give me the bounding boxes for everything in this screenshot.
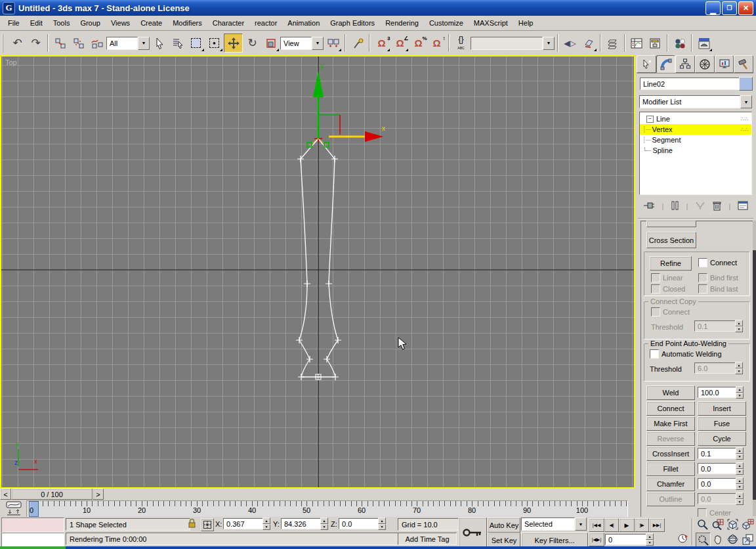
region-zoom-button[interactable] xyxy=(696,533,711,548)
automatic-welding-checkbox[interactable]: Automatic Welding xyxy=(650,349,722,359)
object-name-field[interactable]: Line02 xyxy=(640,77,742,90)
angle-snap-button[interactable]: Ω∠ xyxy=(391,34,409,52)
z-coordinate-field[interactable]: 0.0 xyxy=(339,518,382,529)
menu-tools[interactable]: Tools xyxy=(48,16,75,30)
fillet-button[interactable]: Fillet xyxy=(646,462,695,476)
linear-checkbox[interactable]: Linear xyxy=(651,273,683,282)
weld-value-field[interactable]: 100.0 xyxy=(698,387,740,398)
frame-spinner[interactable]: ▲▼ xyxy=(646,533,654,546)
menu-help[interactable]: Help xyxy=(513,16,539,30)
cross-section-button[interactable]: Cross Section xyxy=(646,232,696,248)
menu-views[interactable]: Views xyxy=(106,16,135,30)
time-slider-right-button[interactable]: > xyxy=(93,489,104,500)
percent-snap-button[interactable]: Ω% xyxy=(410,34,427,52)
schematic-view-button[interactable] xyxy=(646,34,664,52)
menu-maxscript[interactable]: MAXScript xyxy=(469,16,513,30)
insert-button[interactable]: Insert xyxy=(698,401,746,416)
tab-display[interactable] xyxy=(715,55,734,73)
mirror-button[interactable]: ◀▷ xyxy=(561,34,579,52)
first-vertex-marker[interactable] xyxy=(315,374,322,380)
menu-reactor[interactable]: reactor xyxy=(249,16,282,30)
pin-stack-button[interactable] xyxy=(643,201,655,211)
bind-first-checkbox[interactable]: Bind first xyxy=(698,273,738,282)
weld-threshold-field[interactable]: 6.0 xyxy=(694,362,738,374)
zoom-extents-all-button[interactable] xyxy=(741,517,755,531)
fillet-spinner[interactable]: ▲▼ xyxy=(736,462,744,475)
make-unique-button[interactable] xyxy=(695,201,705,211)
rectangular-selection-region-button[interactable] xyxy=(187,34,205,52)
fillet-field[interactable]: 0.0 xyxy=(698,463,740,474)
menu-graph-editors[interactable]: Graph Editors xyxy=(325,16,380,30)
play-button[interactable]: ▶ xyxy=(619,518,635,532)
stack-item-spline[interactable]: └···· Spline xyxy=(640,145,751,156)
bind-last-checkbox[interactable]: Bind last xyxy=(698,284,738,294)
current-frame-field[interactable]: 0 xyxy=(605,534,650,545)
close-button[interactable]: ✕ xyxy=(738,1,753,15)
connect-copy-checkbox[interactable]: Connect xyxy=(651,307,690,317)
toolbar-grip[interactable] xyxy=(2,34,7,53)
edit-named-selections-button[interactable]: {}ABC xyxy=(452,34,470,52)
remove-modifier-button[interactable] xyxy=(713,201,721,212)
goto-end-button[interactable]: ▶▶| xyxy=(649,518,665,532)
next-frame-button[interactable]: |▶ xyxy=(635,518,649,532)
panel-scrollbar[interactable] xyxy=(753,221,756,516)
select-and-move-button[interactable] xyxy=(224,33,243,53)
add-time-tag-button[interactable]: Add Time Tag xyxy=(398,533,457,545)
modifier-list-dropdown[interactable]: Modifier List ▼ xyxy=(639,95,752,108)
select-and-link-button[interactable] xyxy=(51,34,69,52)
select-and-rotate-button[interactable]: ↻ xyxy=(243,34,261,52)
select-object-button[interactable] xyxy=(150,34,168,52)
window-crossing-toggle-button[interactable]: ● xyxy=(205,34,223,52)
min-max-toggle-button[interactable] xyxy=(741,533,755,546)
material-editor-button[interactable] xyxy=(671,34,688,52)
menu-rendering[interactable]: Rendering xyxy=(380,16,424,30)
stack-item-vertex[interactable]: ┊···· Vertex ∴∴ xyxy=(640,124,751,135)
zoom-button[interactable] xyxy=(696,517,709,531)
maxscript-macro-pane[interactable] xyxy=(1,517,64,533)
zoom-all-button[interactable] xyxy=(711,517,724,531)
key-mode-toggle-button[interactable]: |◀▶| xyxy=(589,533,604,546)
absolute-offset-toggle-button[interactable] xyxy=(201,518,214,531)
tab-motion[interactable] xyxy=(695,55,715,73)
menu-group[interactable]: Group xyxy=(75,16,106,30)
render-scene-button[interactable] xyxy=(695,34,713,52)
cross-insert-field[interactable]: 0.1 xyxy=(698,448,740,459)
move-gizmo[interactable]: y x xyxy=(313,62,385,142)
open-mini-curve-editor-button[interactable] xyxy=(5,501,22,517)
bind-to-space-warp-button[interactable] xyxy=(88,34,106,52)
fuse-button[interactable]: Fuse xyxy=(698,416,746,431)
menu-animation[interactable]: Animation xyxy=(282,16,325,30)
pan-button[interactable] xyxy=(711,533,724,546)
weld-button[interactable]: Weld xyxy=(646,385,695,400)
chamfer-button[interactable]: Chamfer xyxy=(646,477,695,491)
key-filter-dropdown[interactable]: Selected ▼ xyxy=(521,517,587,531)
y-coordinate-field[interactable]: 84.326 xyxy=(281,518,324,529)
x-coordinate-field[interactable]: 0.367 xyxy=(223,518,266,529)
menu-customize[interactable]: Customize xyxy=(424,16,469,30)
timeline-ruler[interactable]: 0 10 20 30 40 50 60 70 80 90 100 xyxy=(26,500,628,517)
panel-scrollbar-thumb[interactable] xyxy=(753,250,756,500)
minimize-button[interactable]: ▁ xyxy=(705,1,721,15)
cycle-button[interactable]: Cycle xyxy=(698,431,746,446)
chamfer-spinner[interactable]: ▲▼ xyxy=(736,477,744,490)
snap-toggle-3d-button[interactable]: Ω3 xyxy=(373,34,390,52)
stack-item-line[interactable]: − Line ∴∴ xyxy=(640,114,751,124)
menu-create[interactable]: Create xyxy=(135,16,167,30)
auto-key-button[interactable]: Auto Key xyxy=(488,517,520,533)
time-slider-channel[interactable] xyxy=(104,489,635,500)
set-keys-button[interactable] xyxy=(458,517,487,548)
stack-item-segment[interactable]: ┊···· Segment xyxy=(640,135,751,145)
select-and-scale-button[interactable] xyxy=(262,34,280,52)
connect-checkbox[interactable]: Connect xyxy=(698,258,737,267)
x-spinner[interactable]: ▲▼ xyxy=(262,517,270,530)
menu-character[interactable]: Character xyxy=(207,16,249,30)
tab-hierarchy[interactable] xyxy=(675,55,695,73)
collapse-icon[interactable]: − xyxy=(646,116,654,123)
arc-rotate-button[interactable] xyxy=(726,533,740,546)
connect-copy-threshold-spinner[interactable]: ▲▼ xyxy=(735,320,743,332)
connect-copy-threshold-field[interactable]: 0.1 xyxy=(694,320,738,332)
layer-manager-button[interactable] xyxy=(604,34,621,52)
closed-checkbox[interactable]: Closed xyxy=(651,284,685,294)
show-end-result-button[interactable] xyxy=(671,201,679,211)
selection-filter-dropdown[interactable]: All ▼ xyxy=(106,37,150,50)
